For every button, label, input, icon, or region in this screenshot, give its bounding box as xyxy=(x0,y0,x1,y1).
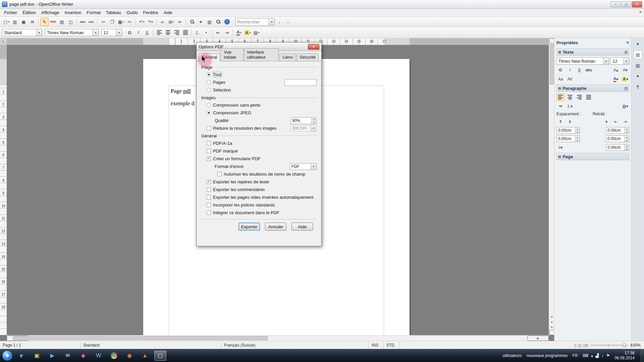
media-player-icon[interactable]: ▶ xyxy=(46,351,58,361)
expander-icon[interactable]: ⊞ xyxy=(558,86,561,90)
menu-item[interactable]: Fichier xyxy=(1,9,20,16)
checkbox-embed-standard-fonts-label[interactable]: Incorporer les polices standards xyxy=(213,202,275,207)
checkbox-pdfa-label[interactable]: PDF/A-1a xyxy=(213,141,232,146)
radio-pages-label[interactable]: Pages xyxy=(213,80,225,85)
numbered-list-button[interactable]: 1. xyxy=(193,28,202,37)
checkbox-tagged-pdf[interactable] xyxy=(207,149,211,153)
sidebar-close-icon[interactable]: ✕ xyxy=(626,41,629,45)
checkbox-export-bookmarks[interactable] xyxy=(207,180,211,184)
single-page-view-icon[interactable]: ▯ xyxy=(574,343,576,348)
radio-pages[interactable] xyxy=(207,80,211,84)
next-page-icon[interactable]: ▼ xyxy=(549,324,554,330)
radio-jpeg-label[interactable]: Compression JPEG xyxy=(213,110,251,115)
mail-icon[interactable]: ✉ xyxy=(62,351,74,361)
menu-item[interactable]: Aide xyxy=(161,9,175,16)
spinner-icons[interactable]: ▲▼ xyxy=(575,136,580,142)
help-button[interactable]: Aide xyxy=(291,223,313,231)
volume-icon[interactable]: ♪ xyxy=(601,353,603,358)
document-close-icon[interactable]: ✕ xyxy=(639,10,642,14)
checkbox-export-comments-label[interactable]: Exporter les commentaires xyxy=(213,187,265,192)
background-color-button[interactable]: ▨▾ xyxy=(252,28,261,37)
gallery-deck-icon[interactable]: ▧ xyxy=(634,61,642,70)
highlighting-button[interactable]: A▾ xyxy=(621,75,629,83)
spinner-icons[interactable]: ▲▼ xyxy=(311,118,316,124)
zoom-slider[interactable]: − + xyxy=(591,343,628,348)
horizontal-scroll-thumb[interactable] xyxy=(13,336,268,340)
checkbox-export-empty-pages-label[interactable]: Exporter les pages vides insérées automa… xyxy=(213,195,313,200)
language-indicator[interactable]: Français (Suisse) xyxy=(221,341,369,349)
find-next-button[interactable]: ↓ xyxy=(275,18,283,26)
spinner-icons[interactable]: ▲▼ xyxy=(575,127,580,133)
line-spacing-button[interactable]: ≡▾ xyxy=(556,144,565,151)
tab-initial-view[interactable]: Vue initiale xyxy=(221,48,243,61)
dialog-close-button[interactable]: ✕ xyxy=(308,44,319,50)
vertical-ruler[interactable]: 123456789101112131415161718 xyxy=(0,45,7,335)
minimize-button[interactable]: ─ xyxy=(610,1,621,7)
strikethrough-button[interactable]: abc xyxy=(585,66,593,74)
page-style-indicator[interactable]: Standard xyxy=(80,341,221,349)
spinner-icons[interactable]: ▲▼ xyxy=(624,127,629,133)
spacing-below-field[interactable]: 0.00cm▲▼ xyxy=(556,135,580,142)
checkbox-create-form[interactable] xyxy=(207,157,211,161)
open-button[interactable]: ▥ xyxy=(11,18,19,26)
checkbox-export-empty-pages[interactable] xyxy=(207,195,211,199)
firefox-icon[interactable]: ◉ xyxy=(123,351,136,361)
hanging-indent-button[interactable]: ⇥ xyxy=(621,118,629,125)
tab-user-interface[interactable]: Interface utilisateur xyxy=(244,48,279,61)
menu-item[interactable]: Outils xyxy=(124,9,140,16)
radio-selection-label[interactable]: Sélection xyxy=(213,87,231,93)
align-right-button[interactable] xyxy=(172,28,181,37)
highlighting-button[interactable]: A▾ xyxy=(244,28,252,37)
checkbox-pdfa[interactable] xyxy=(207,141,211,145)
italic-button[interactable]: I xyxy=(566,66,574,74)
radio-lossless[interactable] xyxy=(207,103,211,107)
checkbox-allow-duplicates-label[interactable]: Autoriser les doublons de noms de champ xyxy=(224,172,305,177)
menu-item[interactable]: Édition xyxy=(20,9,39,16)
zoom-slider-thumb[interactable] xyxy=(623,343,626,347)
insert-mode-indicator[interactable]: INS xyxy=(369,341,384,349)
increase-indent-button[interactable]: ▾ xyxy=(602,118,610,125)
styles-deck-icon[interactable]: ¶ xyxy=(634,82,642,91)
checkbox-reduce-resolution[interactable] xyxy=(207,126,211,130)
increase-indent-button[interactable]: ⇥ xyxy=(223,28,231,37)
explorer-icon[interactable]: ▣ xyxy=(31,351,43,361)
italic-button[interactable]: I xyxy=(134,28,143,37)
cancel-button[interactable]: Annuler xyxy=(265,223,286,231)
navigator-button[interactable]: ✦ xyxy=(197,18,205,26)
chrome-icon[interactable] xyxy=(108,351,120,361)
dpi-select[interactable]: 300 DPI ▾ xyxy=(290,125,317,132)
navigation-dot-icon[interactable]: ● xyxy=(549,319,554,324)
export-button[interactable]: Exporter xyxy=(238,223,260,231)
menu-item[interactable]: Insertion xyxy=(62,9,84,16)
redo-button[interactable]: ↷▾ xyxy=(146,18,155,26)
grow-font-button[interactable]: A▴ xyxy=(612,66,620,74)
underline-button[interactable]: S xyxy=(143,28,151,37)
close-button[interactable]: ✕ xyxy=(632,1,642,7)
dialog-launcher-icon[interactable]: ◳ xyxy=(625,50,628,54)
tab-stop-selector[interactable]: L xyxy=(0,38,7,45)
checkbox-reduce-resolution-label[interactable]: Réduire la résolution des images xyxy=(213,126,276,131)
gallery-button[interactable]: ▧ xyxy=(205,18,214,26)
font-color-button[interactable]: A▾ xyxy=(612,75,620,83)
align-left-button[interactable] xyxy=(556,94,565,101)
tab-links[interactable]: Liens xyxy=(279,53,296,61)
bold-button[interactable]: G xyxy=(556,66,565,74)
autospellcheck-button[interactable]: ABC xyxy=(87,18,96,26)
copy-button[interactable]: ❐ xyxy=(108,18,116,26)
tab-security[interactable]: Sécurité xyxy=(297,53,319,61)
photo-app-icon[interactable]: ◆ xyxy=(77,351,89,361)
format-paintbrush-button[interactable]: ✑ xyxy=(125,18,134,26)
align-left-button[interactable] xyxy=(155,28,163,37)
first-line-indent-field[interactable]: 0.00cm▲▼ xyxy=(606,144,629,151)
cut-button[interactable]: ✂ xyxy=(99,18,108,26)
radio-lossless-label[interactable]: Compression sans perte xyxy=(213,103,260,108)
office-icon[interactable]: W xyxy=(93,351,105,361)
draw-functions-button[interactable]: ✏ xyxy=(176,18,184,26)
expander-icon[interactable]: ⊞ xyxy=(558,50,561,54)
new-document-button[interactable]: ▢▾ xyxy=(2,18,10,26)
sidebar-font-size-select[interactable]: 12 ▾ xyxy=(610,57,629,65)
bold-button[interactable]: G xyxy=(125,28,134,37)
zoom-out-icon[interactable]: − xyxy=(587,343,589,347)
submit-format-select[interactable]: FDF ▾ xyxy=(290,163,317,170)
properties-deck-icon[interactable]: ▤ xyxy=(634,50,642,59)
